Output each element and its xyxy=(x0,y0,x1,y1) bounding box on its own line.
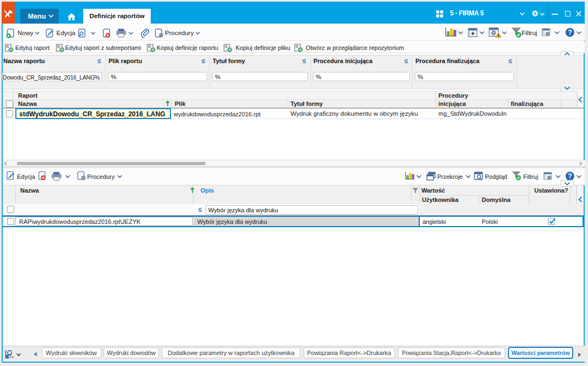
svg-text:?: ? xyxy=(568,172,572,180)
svg-text:?: ? xyxy=(568,29,572,36)
